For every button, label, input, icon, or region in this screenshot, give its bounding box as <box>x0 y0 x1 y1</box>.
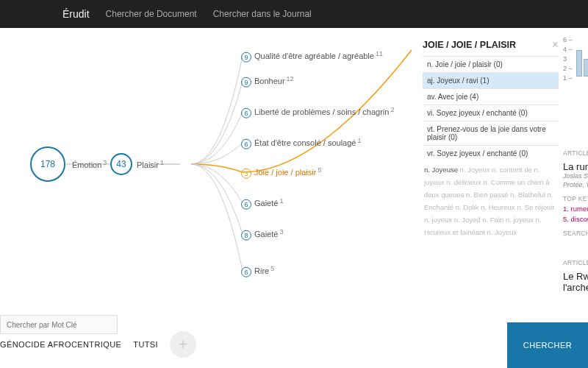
article1-source: Protée, V <box>563 181 588 190</box>
leaf-node[interactable]: 9Bonheur12 <box>241 75 294 88</box>
right-strip: 6 –4 –32 –1 – ARTICLE La rum Josias Se P… <box>563 35 588 293</box>
detail-item[interactable]: aj. Joyeux / ravi (1) <box>423 73 559 89</box>
synonym-tag[interactable]: n. Blatheful <box>510 191 547 199</box>
leaf-node[interactable]: 6Liberté de problèmes / soins / chagrin2 <box>241 106 394 118</box>
leaf-node[interactable]: 9Qualité d'être agréable / agréable11 <box>241 50 383 63</box>
synonym-tag[interactable]: n. Bien passé <box>466 191 510 199</box>
synonym-tag[interactable]: n. Joyeux <box>487 228 517 236</box>
nav-journal[interactable]: Chercher dans le Journal <box>213 9 312 19</box>
detail-item[interactable]: av. Avec joie (4) <box>423 89 559 105</box>
leaf-node[interactable]: 3Joie / joie / plaisir5 <box>241 166 321 179</box>
synonym-tag[interactable]: n. Joyeuse <box>424 166 460 174</box>
node-root-label: Émotion3 <box>72 159 107 170</box>
topbar: Érudit Chercher de Document Chercher dan… <box>0 0 588 28</box>
leaf-node[interactable]: 6Gaieté1 <box>241 197 283 210</box>
article2-label: ARTICLE <box>563 259 588 266</box>
top-kw-label: TOP KEYW <box>563 195 588 202</box>
bottom-bar: GÉNOCIDE AFROCENTRIQUE TUTSI + CHERCHER <box>0 315 588 368</box>
detail-panel: JOIE / JOIE / PLAISIR × n. Joie / joie /… <box>423 35 559 244</box>
article1-title[interactable]: La rum <box>563 161 588 172</box>
article2-title[interactable]: Le Rwa l'archéo <box>563 271 588 293</box>
leaf-node[interactable]: 6Rire5 <box>241 265 274 277</box>
node-mid[interactable]: 43 <box>110 153 132 175</box>
close-icon[interactable]: × <box>552 38 559 52</box>
search-t-label: SEARCH T <box>563 230 588 237</box>
node-mid-label: Plaisir1 <box>137 159 164 170</box>
synonym-tag[interactable]: n. Joyeux <box>460 166 492 174</box>
synonym-tag[interactable]: n. Heureux <box>481 203 517 211</box>
detail-title: JOIE / JOIE / PLAISIR <box>423 40 516 50</box>
leaf-node[interactable]: 6État d'être consolé / soulagé1 <box>241 137 361 149</box>
detail-list: n. Joie / joie / plaisir (0)aj. Joyeux /… <box>423 56 559 159</box>
detail-item[interactable]: vi. Soyez joyeux / enchanté (0) <box>423 105 559 121</box>
brand[interactable]: Érudit <box>62 8 90 20</box>
synonym-tag[interactable]: n. content de <box>492 166 534 174</box>
synonym-tag[interactable]: n. Joyed <box>454 216 483 224</box>
article1-author: Josias Se <box>563 172 588 181</box>
synonym-tag[interactable]: n. Fain <box>482 216 506 224</box>
leaf-node[interactable]: 8Gaieté3 <box>241 228 283 241</box>
tag-cloud: n. Joyeuse n. Joyeux n. content de n. jo… <box>423 159 559 244</box>
tag-genocide[interactable]: GÉNOCIDE AFROCENTRIQUE <box>0 340 121 349</box>
synonym-tag[interactable]: n. Se réjouir <box>517 203 554 211</box>
article-label: ARTICLE <box>563 149 588 157</box>
graph-viz: 178 Émotion3 43 Plaisir1 9Qualité d'être… <box>0 28 419 315</box>
add-tag-button[interactable]: + <box>170 331 196 358</box>
detail-item[interactable]: vt. Prenez-vous de la joie dans votre pl… <box>423 121 559 146</box>
chart-bars <box>576 40 588 77</box>
synonym-tag[interactable]: n. délicieux <box>446 178 483 186</box>
node-root[interactable]: 178 <box>30 146 65 182</box>
nav-doc[interactable]: Chercher de Document <box>106 9 197 19</box>
tag-tutsi[interactable]: TUTSI <box>133 340 158 349</box>
synonym-tag[interactable]: n. joyeux <box>424 216 454 224</box>
detail-item[interactable]: n. Joie / joie / plaisir (0) <box>423 57 559 73</box>
synonym-tag[interactable]: n. joyeux <box>506 216 536 224</box>
search-button[interactable]: CHERCHER <box>507 322 588 368</box>
article1-kws: 1. rumeu 5. discou <box>563 204 588 224</box>
synonym-tag[interactable]: n. Dolik <box>456 203 481 211</box>
tags-row: GÉNOCIDE AFROCENTRIQUE TUTSI + <box>0 331 196 358</box>
detail-item[interactable]: vr. Soyez joyeux / enchanté (0) <box>423 146 559 159</box>
